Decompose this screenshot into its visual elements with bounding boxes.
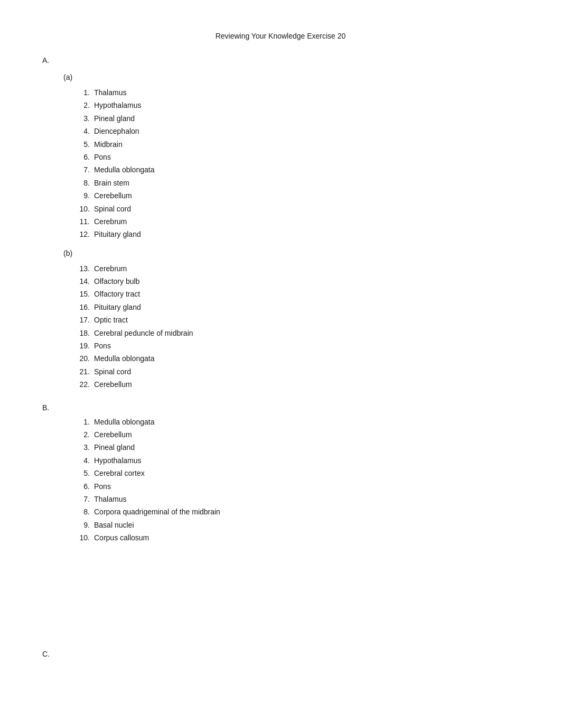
item-text: Pons bbox=[94, 340, 111, 352]
list-item: 13.Cerebrum bbox=[74, 263, 519, 274]
item-text: Pons bbox=[94, 151, 111, 163]
list-item: 8.Brain stem bbox=[74, 177, 519, 189]
list-item: 1.Medulla oblongata bbox=[74, 416, 519, 428]
item-number: 14. bbox=[74, 275, 90, 287]
item-number: 16. bbox=[74, 301, 90, 313]
list-item: 4.Diencephalon bbox=[74, 125, 519, 137]
item-text: Optic tract bbox=[94, 314, 128, 326]
item-number: 15. bbox=[74, 288, 90, 300]
list-item: 8.Corpora quadrigeminal of the midbrain bbox=[74, 506, 519, 518]
list-item: 2.Hypothalamus bbox=[74, 99, 519, 111]
item-number: 22. bbox=[74, 379, 90, 390]
sub-section-a-list: 1.Thalamus2.Hypothalamus3.Pineal gland4.… bbox=[74, 87, 519, 241]
item-text: Cerebral peduncle of midbrain bbox=[94, 327, 193, 339]
item-number: 12. bbox=[74, 228, 90, 240]
item-number: 17. bbox=[74, 314, 90, 326]
item-text: Cerebrum bbox=[94, 216, 127, 227]
item-text: Brain stem bbox=[94, 177, 129, 189]
item-text: Olfactory bulb bbox=[94, 275, 139, 287]
item-text: Corpus callosum bbox=[94, 532, 149, 543]
list-item: 5.Cerebral cortex bbox=[74, 467, 519, 479]
item-number: 21. bbox=[74, 366, 90, 377]
item-number: 18. bbox=[74, 327, 90, 339]
page-title: Reviewing Your Knowledge Exercise 20 bbox=[42, 32, 519, 40]
sub-section-a-label: (a) bbox=[63, 73, 519, 81]
list-item: 6.Pons bbox=[74, 151, 519, 163]
item-text: Olfactory tract bbox=[94, 288, 140, 300]
list-item: 22.Cerebellum bbox=[74, 379, 519, 390]
item-text: Thalamus bbox=[94, 87, 126, 98]
item-text: Medulla oblongata bbox=[94, 353, 154, 364]
sub-section-b-list: 13.Cerebrum14.Olfactory bulb15.Olfactory… bbox=[74, 263, 519, 391]
item-text: Cerebellum bbox=[94, 429, 132, 440]
item-number: 19. bbox=[74, 340, 90, 352]
list-item: 1.Thalamus bbox=[74, 87, 519, 98]
list-item: 9.Basal nuclei bbox=[74, 519, 519, 531]
item-text: Cerebral cortex bbox=[94, 467, 145, 479]
item-number: 2. bbox=[74, 99, 90, 111]
item-text: Hypothalamus bbox=[94, 455, 142, 466]
item-number: 6. bbox=[74, 151, 90, 163]
item-number: 5. bbox=[74, 139, 90, 150]
item-text: Corpora quadrigeminal of the midbrain bbox=[94, 506, 220, 518]
list-item: 6.Pons bbox=[74, 481, 519, 492]
list-item: 5.Midbrain bbox=[74, 139, 519, 150]
item-text: Cerebellum bbox=[94, 379, 132, 390]
list-item: 2.Cerebellum bbox=[74, 429, 519, 440]
item-number: 2. bbox=[74, 429, 90, 440]
list-item: 20.Medulla oblongata bbox=[74, 353, 519, 364]
item-text: Basal nuclei bbox=[94, 519, 134, 531]
item-number: 9. bbox=[74, 190, 90, 201]
list-item: 14.Olfactory bulb bbox=[74, 275, 519, 287]
list-item: 7.Thalamus bbox=[74, 493, 519, 505]
item-text: Spinal cord bbox=[94, 203, 131, 215]
item-number: 13. bbox=[74, 263, 90, 274]
item-number: 8. bbox=[74, 177, 90, 189]
item-number: 3. bbox=[74, 113, 90, 124]
list-item: 12.Pituitary gland bbox=[74, 228, 519, 240]
list-item: 9.Cerebellum bbox=[74, 190, 519, 201]
item-text: Pineal gland bbox=[94, 113, 135, 124]
item-text: Midbrain bbox=[94, 139, 123, 150]
item-number: 10. bbox=[74, 203, 90, 215]
item-number: 9. bbox=[74, 519, 90, 531]
item-number: 10. bbox=[74, 532, 90, 543]
section-a-label: A. bbox=[42, 56, 519, 64]
list-item: 10.Spinal cord bbox=[74, 203, 519, 215]
item-number: 4. bbox=[74, 455, 90, 466]
list-item: 3.Pineal gland bbox=[74, 113, 519, 124]
list-item: 11.Cerebrum bbox=[74, 216, 519, 227]
item-text: Medulla oblongata bbox=[94, 416, 154, 428]
sub-section-b-label: (b) bbox=[63, 249, 519, 257]
list-item: 19.Pons bbox=[74, 340, 519, 352]
item-number: 7. bbox=[74, 493, 90, 505]
item-text: Spinal cord bbox=[94, 366, 131, 377]
item-text: Medulla oblongata bbox=[94, 164, 154, 176]
item-number: 1. bbox=[74, 87, 90, 98]
item-number: 8. bbox=[74, 506, 90, 518]
list-item: 4.Hypothalamus bbox=[74, 455, 519, 466]
item-number: 3. bbox=[74, 441, 90, 453]
section-b-label: B. bbox=[42, 403, 519, 412]
list-item: 18.Cerebral peduncle of midbrain bbox=[74, 327, 519, 339]
item-text: Pineal gland bbox=[94, 441, 135, 453]
item-text: Pituitary gland bbox=[94, 301, 141, 313]
item-text: Cerebellum bbox=[94, 190, 132, 201]
section-c-label: C. bbox=[42, 650, 519, 658]
item-text: Cerebrum bbox=[94, 263, 127, 274]
list-item: 15.Olfactory tract bbox=[74, 288, 519, 300]
item-number: 6. bbox=[74, 481, 90, 492]
item-text: Pituitary gland bbox=[94, 228, 141, 240]
item-text: Thalamus bbox=[94, 493, 126, 505]
list-item: 7.Medulla oblongata bbox=[74, 164, 519, 176]
list-item: 3.Pineal gland bbox=[74, 441, 519, 453]
item-text: Hypothalamus bbox=[94, 99, 142, 111]
list-item: 16.Pituitary gland bbox=[74, 301, 519, 313]
section-b-list: 1.Medulla oblongata2.Cerebellum3.Pineal … bbox=[74, 416, 519, 544]
item-number: 7. bbox=[74, 164, 90, 176]
item-number: 11. bbox=[74, 216, 90, 227]
list-item: 10.Corpus callosum bbox=[74, 532, 519, 543]
list-item: 17.Optic tract bbox=[74, 314, 519, 326]
item-number: 5. bbox=[74, 467, 90, 479]
item-number: 1. bbox=[74, 416, 90, 428]
